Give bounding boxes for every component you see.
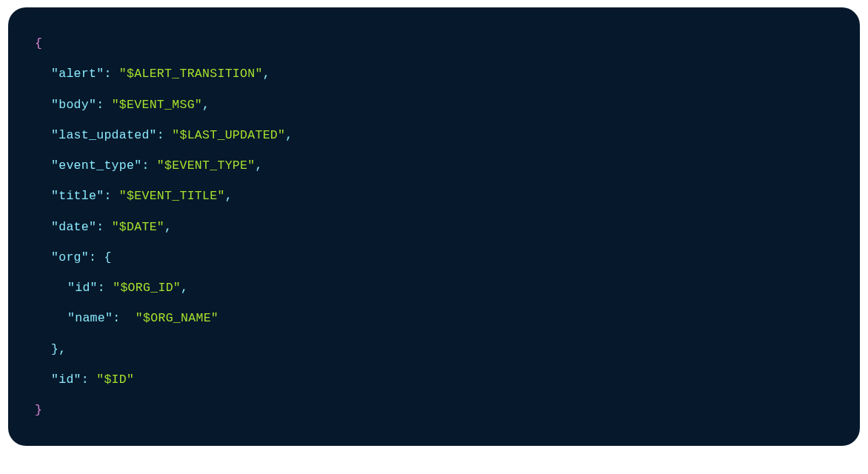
colon: : <box>104 67 111 81</box>
code-line-title: "title": "$EVENT_TITLE", <box>35 181 833 211</box>
value: "$EVENT_TITLE" <box>119 189 225 203</box>
value: "$ORG_ID" <box>113 281 181 295</box>
space <box>104 220 111 234</box>
value: "$LAST_UPDATED" <box>172 128 285 142</box>
close-brace: } <box>35 403 42 417</box>
code-line-org-open: "org": { <box>35 242 833 273</box>
key: "body" <box>51 98 96 112</box>
value: "$DATE" <box>112 220 164 234</box>
key: "title" <box>51 189 104 203</box>
open-brace: { <box>35 36 42 50</box>
key: "name" <box>67 311 113 325</box>
colon: : <box>113 311 120 325</box>
space <box>120 311 135 325</box>
key: "event_type" <box>51 158 141 173</box>
brace-open-line: { <box>35 28 833 59</box>
comma: , <box>202 98 210 112</box>
colon: : <box>89 250 96 264</box>
code-line-id: "id": "$ID" <box>35 364 833 395</box>
json-code-block: { "alert": "$ALERT_TRANSITION", "body": … <box>8 7 860 446</box>
colon: : <box>96 220 104 234</box>
colon: : <box>98 281 105 295</box>
colon: : <box>81 373 89 387</box>
colon: : <box>96 98 104 112</box>
code-line-date: "date": "$DATE", <box>35 212 833 242</box>
comma: , <box>181 281 188 295</box>
colon: : <box>141 158 149 173</box>
space <box>89 373 96 387</box>
brace-close-line: } <box>35 395 833 425</box>
comma: , <box>59 342 66 356</box>
space <box>104 98 111 112</box>
comma: , <box>255 158 262 173</box>
code-line-event-type: "event_type": "$EVENT_TYPE", <box>35 150 833 181</box>
key: "org" <box>51 250 89 264</box>
code-line-alert: "alert": "$ALERT_TRANSITION", <box>35 59 833 89</box>
space <box>96 250 104 264</box>
key: "date" <box>51 220 96 234</box>
key: "id" <box>51 373 81 387</box>
comma: , <box>285 128 293 142</box>
value: "$ORG_NAME" <box>136 311 218 325</box>
inner-open-brace: { <box>104 250 111 264</box>
key: "alert" <box>51 67 104 81</box>
space <box>105 281 113 295</box>
comma: , <box>164 220 172 234</box>
code-line-org-close: }, <box>35 334 833 364</box>
space <box>164 128 172 142</box>
space <box>112 67 119 81</box>
comma: , <box>263 67 270 81</box>
code-line-org-name: "name": "$ORG_NAME" <box>35 303 833 333</box>
value: "$EVENT_MSG" <box>112 98 202 112</box>
value: "$EVENT_TYPE" <box>157 158 256 173</box>
value: "$ALERT_TRANSITION" <box>119 67 263 81</box>
code-line-body: "body": "$EVENT_MSG", <box>35 90 833 120</box>
key: "id" <box>67 281 98 295</box>
comma: , <box>225 189 233 203</box>
colon: : <box>157 128 164 142</box>
code-line-last-updated: "last_updated": "$LAST_UPDATED", <box>35 120 833 150</box>
inner-close-brace: } <box>51 342 59 356</box>
code-line-org-id: "id": "$ORG_ID", <box>35 273 833 303</box>
space <box>150 158 157 173</box>
key: "last_updated" <box>51 128 157 142</box>
value: "$ID" <box>96 373 134 387</box>
space <box>112 189 119 203</box>
colon: : <box>104 189 111 203</box>
